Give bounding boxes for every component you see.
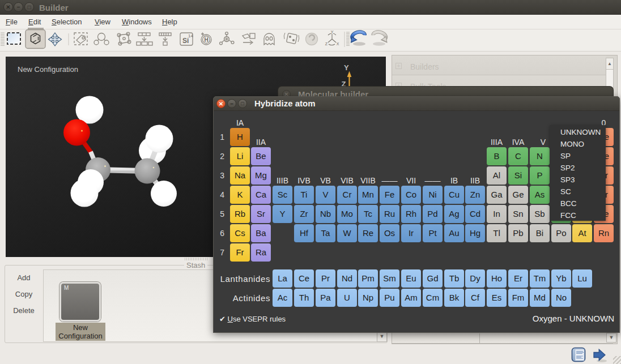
svg-text:X: X — [337, 42, 339, 46]
svg-text:Y: Y — [331, 30, 334, 34]
svg-text:Y: Y — [344, 63, 349, 72]
svg-text:H: H — [204, 37, 208, 43]
svg-text:14: 14 — [188, 33, 193, 38]
svg-text:Z: Z — [325, 42, 328, 46]
